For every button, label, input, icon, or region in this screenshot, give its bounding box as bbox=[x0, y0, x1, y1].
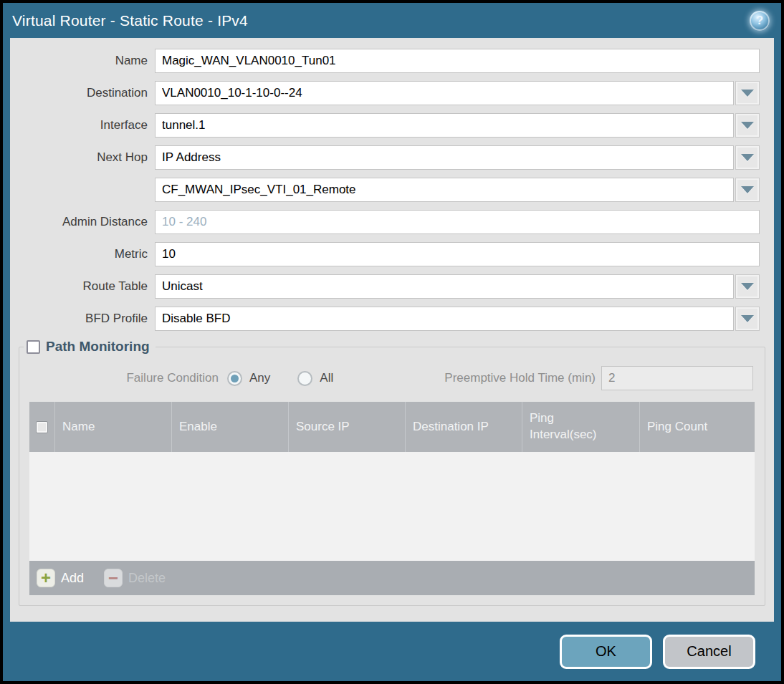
column-header-name: Name bbox=[55, 402, 172, 452]
failure-condition-any-label: Any bbox=[249, 371, 270, 385]
dialog-window: Virtual Router - Static Route - IPv4 ? N… bbox=[0, 0, 784, 684]
chevron-down-icon bbox=[741, 122, 754, 129]
dialog-footer: OK Cancel bbox=[3, 622, 781, 681]
column-header-ping-interval: Ping Interval(sec) bbox=[522, 402, 640, 452]
path-monitoring-section: Path Monitoring Failure Condition Any Al… bbox=[19, 339, 765, 606]
name-row: Name bbox=[10, 49, 760, 73]
interface-input[interactable] bbox=[155, 113, 734, 138]
next-hop-dropdown-button[interactable] bbox=[735, 145, 760, 170]
destination-input[interactable] bbox=[155, 81, 734, 105]
path-monitoring-title: Path Monitoring bbox=[46, 339, 150, 355]
path-monitoring-table: Name Enable Source IP Destination IP Pin… bbox=[29, 402, 755, 595]
delete-button-label: Delete bbox=[128, 571, 166, 586]
chevron-down-icon bbox=[741, 186, 754, 193]
name-input[interactable] bbox=[155, 49, 760, 73]
plus-icon: + bbox=[37, 569, 55, 587]
select-all-checkbox[interactable] bbox=[36, 421, 48, 433]
dialog-title: Virtual Router - Static Route - IPv4 bbox=[12, 12, 248, 29]
radio-unselected-icon bbox=[297, 371, 312, 386]
bfd-profile-input[interactable] bbox=[155, 307, 734, 331]
admin-distance-input[interactable] bbox=[155, 210, 760, 234]
bfd-profile-row: BFD Profile bbox=[10, 307, 760, 331]
metric-row: Metric bbox=[10, 242, 760, 266]
route-table-label: Route Table bbox=[10, 279, 155, 294]
metric-label: Metric bbox=[10, 247, 155, 261]
delete-button: − Delete bbox=[104, 569, 166, 587]
dialog-frame: Virtual Router - Static Route - IPv4 ? N… bbox=[3, 3, 781, 681]
failure-condition-all-radio[interactable]: All bbox=[297, 371, 333, 386]
route-table-row: Route Table bbox=[10, 274, 760, 299]
add-button[interactable]: + Add bbox=[37, 569, 84, 587]
destination-row: Destination bbox=[10, 81, 760, 105]
form-panel: Name Destination Interface bbox=[10, 38, 774, 622]
next-hop-address-row bbox=[10, 178, 760, 202]
interface-label: Interface bbox=[10, 118, 155, 133]
next-hop-address-input[interactable] bbox=[155, 178, 734, 202]
radio-selected-icon bbox=[227, 371, 242, 386]
failure-condition-all-label: All bbox=[320, 371, 333, 385]
select-all-cell bbox=[29, 402, 55, 452]
minus-icon: − bbox=[104, 569, 123, 587]
route-table-dropdown-button[interactable] bbox=[735, 274, 760, 299]
failure-condition-label: Failure Condition bbox=[19, 371, 227, 385]
ok-button[interactable]: OK bbox=[560, 635, 652, 669]
next-hop-type-input[interactable] bbox=[155, 145, 734, 170]
help-icon[interactable]: ? bbox=[750, 11, 770, 31]
failure-condition-any-radio[interactable]: Any bbox=[227, 371, 270, 386]
interface-row: Interface bbox=[10, 113, 760, 138]
chevron-down-icon bbox=[741, 154, 754, 161]
preemptive-hold-time-input bbox=[601, 366, 753, 390]
chevron-down-icon bbox=[741, 283, 754, 290]
chevron-down-icon bbox=[741, 315, 754, 322]
add-button-label: Add bbox=[61, 571, 84, 586]
column-header-source-ip: Source IP bbox=[289, 402, 406, 452]
table-body-empty bbox=[29, 452, 755, 561]
table-header: Name Enable Source IP Destination IP Pin… bbox=[29, 402, 755, 452]
bfd-profile-label: BFD Profile bbox=[10, 312, 155, 326]
path-monitoring-checkbox[interactable] bbox=[27, 340, 40, 354]
interface-dropdown-button[interactable] bbox=[735, 113, 760, 138]
bfd-profile-dropdown-button[interactable] bbox=[735, 307, 760, 331]
chevron-down-icon bbox=[741, 90, 754, 97]
destination-label: Destination bbox=[10, 86, 155, 100]
next-hop-label: Next Hop bbox=[10, 150, 155, 165]
route-table-input[interactable] bbox=[155, 274, 734, 299]
column-header-enable: Enable bbox=[172, 402, 289, 452]
destination-dropdown-button[interactable] bbox=[735, 81, 760, 105]
failure-condition-row: Failure Condition Any All Preemptive Hol… bbox=[19, 366, 753, 390]
next-hop-row: Next Hop bbox=[10, 145, 760, 170]
admin-distance-row: Admin Distance bbox=[10, 210, 760, 234]
name-label: Name bbox=[10, 54, 155, 68]
next-hop-address-dropdown-button[interactable] bbox=[735, 178, 760, 202]
cancel-button[interactable]: Cancel bbox=[663, 635, 755, 669]
preemptive-hold-time-label: Preemptive Hold Time (min) bbox=[444, 371, 601, 385]
admin-distance-label: Admin Distance bbox=[10, 215, 155, 229]
column-header-destination-ip: Destination IP bbox=[406, 402, 522, 452]
title-bar: Virtual Router - Static Route - IPv4 ? bbox=[3, 3, 781, 38]
path-monitoring-legend: Path Monitoring bbox=[24, 339, 156, 355]
table-toolbar: + Add − Delete bbox=[29, 561, 755, 595]
column-header-ping-count: Ping Count bbox=[640, 402, 755, 452]
metric-input[interactable] bbox=[155, 242, 760, 266]
